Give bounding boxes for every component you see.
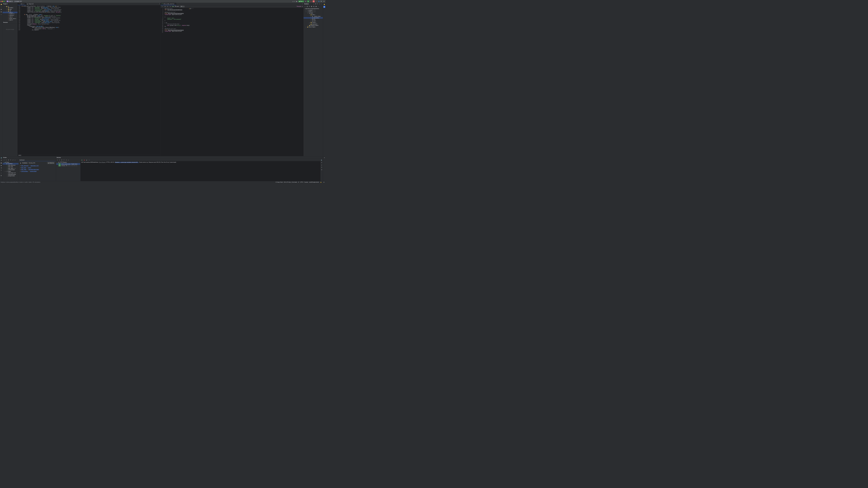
db-server-objects[interactable]: ▸📁Server Objects [304, 26, 323, 28]
more-icon[interactable]: ⋮ [88, 159, 90, 161]
commit-tool-icon[interactable]: ○ [0, 6, 2, 8]
close-icon[interactable]: × [5, 159, 7, 161]
db-table-diesel[interactable]: ▸▦__diesel_schem [304, 15, 323, 17]
stop-icon[interactable]: × [317, 3, 318, 5]
tree-folder-handlers[interactable]: ▸📁handlers [2, 7, 18, 9]
docker-images[interactable]: ▾▢Images [2, 170, 19, 172]
ddl-icon[interactable]: ▤ [306, 5, 308, 7]
filter-icon[interactable]: ▽ [10, 159, 11, 161]
zoom-icon[interactable]: ⊕ [323, 181, 325, 183]
code-editor-right[interactable]: 123456789101112131415161718192021 ### He… [160, 8, 303, 156]
ai-icon[interactable]: ✦ [323, 157, 325, 159]
docker-containers[interactable]: ▾▣Containers [2, 163, 19, 165]
dashboard-tab[interactable]: Dashboard [19, 159, 56, 161]
table-icon[interactable]: ▥ [313, 5, 315, 7]
lock-icon[interactable]: 🔒 [320, 181, 322, 183]
stop-button[interactable]: ■ [313, 0, 315, 2]
copy-icon[interactable]: ⎘ [166, 6, 168, 7]
headers-collapsed[interactable]: (Headers) …content-type: text/plain; cha… [115, 162, 138, 163]
database-tool-icon[interactable]: 🗄 [323, 6, 325, 8]
more-icon[interactable]: ⋮ [318, 3, 320, 5]
db-schema-public[interactable]: ▾▧public [304, 13, 323, 14]
status-breadcrumb[interactable]: Database> textter-postgres@localhost> te… [1, 182, 40, 183]
tree-file-types-rs[interactable]: ●types.rs [2, 20, 18, 21]
request-item-1[interactable]: GETinitial_sample_data | Health check [56, 163, 80, 165]
tree-file-handlers-rs[interactable]: ●handlers.rs [2, 13, 18, 15]
todo-tool-icon[interactable]: T [0, 170, 2, 171]
db-postgres[interactable]: ▸▢postgres 1 of 3 [304, 9, 323, 11]
filter-icon[interactable]: ▽ [63, 159, 65, 161]
container-dapr-zipkin[interactable]: ●dapr_zipkin healt [2, 168, 19, 169]
problems-tool-icon[interactable]: ⊡ [0, 167, 2, 169]
chevron-down-icon[interactable]: ▾ [302, 6, 303, 7]
chevron-down-icon[interactable]: ▾ [7, 3, 7, 4]
export-icon[interactable]: ↗ [65, 159, 67, 161]
docker-root[interactable]: ▾🐳Docker [2, 162, 19, 163]
run-button[interactable]: ▶ Run ▾ [298, 0, 304, 2]
expand-icon[interactable]: ⤢ [57, 159, 58, 161]
export-icon[interactable]: ↗ [12, 159, 14, 161]
encoding[interactable]: UTF-8 [300, 182, 303, 183]
add-icon[interactable]: + [68, 159, 69, 161]
container-dapr-redis[interactable]: ●dapr_redis [2, 166, 19, 168]
sync-icon[interactable]: ⟳ [309, 5, 310, 7]
services-tool-icon[interactable]: ⚙ [0, 175, 2, 176]
expand-icon[interactable]: ⤢ [3, 159, 5, 161]
cleanup-button[interactable]: 🗑Clean Up [47, 162, 55, 164]
code-editor-left[interactable]: 1041051061071081091101111121131141151161… [18, 5, 160, 154]
db-sequences[interactable]: ▸📁sequences 6 [304, 23, 323, 25]
expand-icon[interactable]: ⤢ [20, 165, 21, 166]
http-request-node[interactable]: ▾⇄HTTP Request [56, 162, 80, 163]
layout-icon[interactable]: ▣ [296, 0, 298, 2]
list-item[interactable]: ⤢dapr_redis ← redis:6 [20, 167, 55, 168]
scroll-icon[interactable]: ⤓ [321, 164, 322, 166]
image-dapr[interactable]: ○daprio/dapr:1.10. [2, 172, 19, 174]
target-arch[interactable]: aarch64-apple-darwin [309, 182, 319, 183]
db-table-texts[interactable]: ▸▦texts [304, 19, 323, 20]
add-icon[interactable]: + [14, 159, 16, 161]
add-icon[interactable]: + [161, 6, 163, 7]
maximize-window[interactable] [4, 1, 5, 2]
run-tool-icon[interactable]: ▶ [0, 164, 2, 166]
structure-tool-icon[interactable]: ▤ [0, 11, 2, 13]
clock-icon[interactable]: ◷ [292, 0, 294, 2]
import-icon[interactable]: ↙ [169, 6, 171, 7]
examples-link[interactable]: *Examples [297, 6, 302, 7]
diagram-icon[interactable]: ▣ [315, 5, 317, 7]
collaborate-icon[interactable]: 👤 [318, 0, 320, 2]
wrap-icon[interactable]: ↩ [321, 162, 322, 164]
run-all-icon[interactable]: ▶▶ [172, 6, 174, 7]
project-tool-icon[interactable]: 📁 [0, 3, 2, 5]
minimize-icon[interactable]: − [320, 3, 322, 5]
clear-icon[interactable]: ⊘ [321, 169, 322, 170]
code-content[interactable]: let with_auth_protection : Router<AppSta… [21, 5, 160, 154]
close-icon[interactable]: × [175, 3, 175, 4]
git-tool-icon[interactable]: ⎇ [0, 160, 2, 161]
list-item[interactable]: ⤢dapr_placement ← daprio/dapr:1.10.7 [20, 165, 55, 167]
expand-icon[interactable]: ⤢ [20, 169, 21, 170]
search-icon[interactable]: 🔍 [320, 0, 322, 2]
expand-icon[interactable]: ⤢ [20, 171, 21, 172]
tools-icon[interactable]: ⚙ [305, 0, 307, 2]
db-table-subscriptions[interactable]: ▸▦subscriptions [304, 17, 323, 19]
request-item-2[interactable]: GETrest-api | #1 Status: 200 (419 ms) [56, 165, 80, 167]
db-tables[interactable]: ▾📁tables 4 [304, 14, 323, 15]
add-icon[interactable]: + [304, 5, 306, 7]
debug-icon[interactable]: 🐞 [84, 159, 85, 161]
vcs-branch[interactable]: ⎇ master ↗ ▾ [14, 0, 22, 2]
notifications-icon[interactable]: 🔔 [323, 3, 325, 5]
db-connection[interactable]: ▾🐘textter-postgres@localhost [304, 8, 323, 9]
tab-main-rs[interactable]: ●main.rs× [18, 3, 26, 5]
close-icon[interactable]: × [59, 159, 61, 161]
tree-folder-utils[interactable]: ▸📁utils [2, 10, 18, 12]
tab-more-icon[interactable]: ⋮ [159, 3, 160, 4]
image-postgres[interactable]: ○postgres:latest [2, 175, 19, 177]
response-console[interactable]: GET http://localhost:3000/healthcheck Sh… [81, 161, 320, 181]
tab-http-file[interactable]: APIinitial_sample_data.http× [160, 3, 176, 5]
view-icon[interactable]: 👁 [7, 159, 9, 161]
view-icon[interactable]: 👁 [61, 159, 63, 161]
add-datasource-icon[interactable]: + [313, 3, 315, 5]
line-separator[interactable]: LF [298, 182, 299, 183]
chevron-down-icon[interactable]: ▾ [294, 1, 295, 2]
list-item[interactable]: ⤢dapr_zipkin ← openzipkin/zipkin:latest [20, 168, 55, 170]
